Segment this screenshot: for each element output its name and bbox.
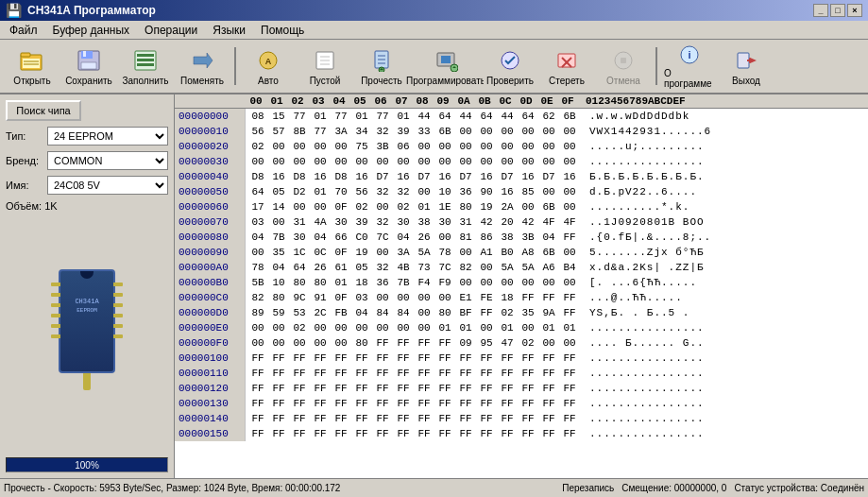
hex-byte[interactable]: 80 [351, 335, 372, 351]
hex-byte[interactable]: 01 [393, 109, 414, 124]
hex-byte[interactable]: 01 [497, 320, 518, 335]
hex-row[interactable]: 000000E000000200000000000001010001000101… [175, 320, 868, 335]
hex-byte[interactable]: 00 [414, 139, 434, 154]
hex-byte[interactable]: FF [247, 366, 268, 381]
hex-byte[interactable]: D7 [497, 169, 518, 184]
hex-byte[interactable]: FF [331, 426, 351, 441]
hex-byte[interactable]: FF [455, 396, 476, 411]
hex-byte[interactable]: D7 [372, 169, 393, 184]
hex-byte[interactable]: 00 [455, 245, 476, 260]
hex-byte[interactable]: 9C [289, 290, 310, 305]
hex-byte[interactable]: FF [372, 396, 393, 411]
read-button[interactable]: Прочесть [355, 43, 408, 89]
hex-byte[interactable]: 00 [434, 290, 455, 305]
hex-byte[interactable]: FF [393, 366, 414, 381]
hex-scroll[interactable]: 000000000815770177017701446444644464626B… [175, 109, 868, 478]
hex-byte[interactable]: 35 [268, 245, 289, 260]
hex-byte[interactable]: 82 [455, 260, 476, 275]
program-button[interactable]: Программировать [412, 43, 480, 89]
hex-byte[interactable]: FF [434, 396, 455, 411]
hex-byte[interactable]: 00 [455, 124, 476, 139]
hex-byte[interactable]: 02 [393, 199, 414, 214]
hex-byte[interactable]: 56 [351, 184, 372, 199]
hex-byte[interactable]: 44 [455, 109, 476, 124]
hex-byte[interactable]: FF [455, 426, 476, 441]
hex-byte[interactable]: 36 [372, 275, 393, 290]
hex-byte[interactable]: FF [289, 351, 310, 366]
hex-byte[interactable]: FF [268, 351, 289, 366]
hex-byte[interactable]: 00 [559, 184, 580, 199]
hex-byte[interactable]: 7B [268, 230, 289, 245]
menu-file[interactable]: Файл [4, 23, 43, 38]
hex-byte[interactable]: 00 [331, 154, 351, 169]
hex-byte[interactable]: 00 [518, 139, 538, 154]
hex-byte[interactable]: 78 [247, 260, 268, 275]
hex-byte[interactable]: 32 [372, 184, 393, 199]
hex-byte[interactable]: FF [331, 351, 351, 366]
hex-byte[interactable]: 16 [559, 169, 580, 184]
hex-byte[interactable]: 02 [351, 199, 372, 214]
hex-byte[interactable]: 03 [247, 214, 268, 230]
hex-byte[interactable]: 16 [476, 169, 497, 184]
hex-byte[interactable]: FF [518, 351, 538, 366]
hex-byte[interactable]: 19 [351, 245, 372, 260]
hex-byte[interactable]: 00 [393, 290, 414, 305]
hex-byte[interactable]: 00 [372, 245, 393, 260]
hex-byte[interactable]: 66 [331, 230, 351, 245]
change-button[interactable]: Поменять [176, 43, 229, 89]
hex-row[interactable]: 00000120FFFFFFFFFFFFFFFFFFFFFFFFFFFFFFFF… [175, 381, 868, 396]
hex-byte[interactable]: 33 [414, 124, 434, 139]
hex-byte[interactable]: 61 [331, 260, 351, 275]
hex-byte[interactable]: FF [372, 411, 393, 426]
hex-byte[interactable]: 9A [538, 305, 559, 320]
hex-byte[interactable]: 78 [434, 245, 455, 260]
hex-byte[interactable]: FF [331, 366, 351, 381]
hex-byte[interactable]: FF [351, 381, 372, 396]
hex-byte[interactable]: 00 [372, 154, 393, 169]
hex-byte[interactable]: 00 [289, 154, 310, 169]
hex-byte[interactable]: 2A [497, 199, 518, 214]
hex-byte[interactable]: 00 [476, 260, 497, 275]
hex-byte[interactable]: FF [247, 411, 268, 426]
hex-byte[interactable]: 85 [518, 184, 538, 199]
hex-byte[interactable]: FF [538, 366, 559, 381]
hex-byte[interactable]: 00 [455, 154, 476, 169]
hex-byte[interactable]: FF [497, 381, 518, 396]
hex-byte[interactable]: 44 [414, 109, 434, 124]
hex-byte[interactable]: 00 [559, 245, 580, 260]
hex-byte[interactable]: FF [331, 396, 351, 411]
hex-byte[interactable]: FF [289, 366, 310, 381]
hex-byte[interactable]: 64 [518, 109, 538, 124]
hex-byte[interactable]: 36 [455, 184, 476, 199]
hex-byte[interactable]: 00 [476, 124, 497, 139]
hex-byte[interactable]: FF [538, 351, 559, 366]
hex-byte[interactable]: FF [538, 396, 559, 411]
hex-byte[interactable]: FF [538, 290, 559, 305]
hex-byte[interactable]: FF [518, 366, 538, 381]
hex-byte[interactable]: 00 [476, 320, 497, 335]
open-button[interactable]: Открыть [6, 43, 59, 89]
hex-byte[interactable]: FF [455, 381, 476, 396]
maximize-button[interactable]: □ [830, 4, 845, 17]
hex-byte[interactable]: 01 [310, 109, 331, 124]
hex-byte[interactable]: FF [289, 426, 310, 441]
hex-byte[interactable]: FF [247, 351, 268, 366]
hex-byte[interactable]: 16 [268, 169, 289, 184]
hex-byte[interactable]: 90 [476, 184, 497, 199]
hex-byte[interactable]: D2 [289, 184, 310, 199]
hex-byte[interactable]: 31 [455, 214, 476, 230]
hex-byte[interactable]: 00 [497, 124, 518, 139]
hex-byte[interactable]: 18 [351, 275, 372, 290]
hex-byte[interactable]: 00 [268, 214, 289, 230]
hex-byte[interactable]: FF [247, 381, 268, 396]
auto-button[interactable]: A Авто [242, 43, 295, 89]
hex-byte[interactable]: 18 [497, 290, 518, 305]
hex-byte[interactable]: 00 [559, 275, 580, 290]
hex-byte[interactable]: FF [414, 351, 434, 366]
hex-byte[interactable]: 4F [538, 214, 559, 230]
hex-byte[interactable]: 32 [372, 260, 393, 275]
hex-byte[interactable]: 42 [476, 214, 497, 230]
hex-byte[interactable]: 02 [497, 305, 518, 320]
hex-byte[interactable]: 06 [393, 139, 414, 154]
hex-byte[interactable]: FF [476, 366, 497, 381]
